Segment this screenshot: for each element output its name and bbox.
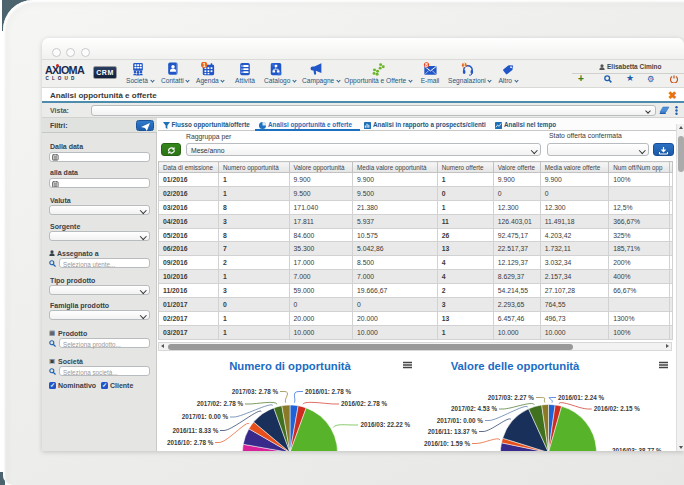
svg-text:1: 1 xyxy=(463,63,466,68)
svg-text:2016/02: 2.78 %: 2016/02: 2.78 % xyxy=(341,400,388,407)
svg-text:2017/03: 2.78 %: 2017/03: 2.78 % xyxy=(232,388,279,395)
svg-text:8: 8 xyxy=(425,62,428,68)
svg-text:2016/11: 13.37 %: 2016/11: 13.37 % xyxy=(428,428,478,435)
svg-text:2017/01: 0.00 %: 2017/01: 0.00 % xyxy=(182,413,229,420)
svg-text:2017/02: 2.78 %: 2017/02: 2.78 % xyxy=(197,400,244,407)
svg-text:Valore delle opportunità: Valore delle opportunità xyxy=(451,360,580,372)
svg-text:1: 1 xyxy=(203,62,206,68)
svg-text:2016/03: 38.77 %: 2016/03: 38.77 % xyxy=(612,447,662,451)
svg-text:2016/03: 22.22 %: 2016/03: 22.22 % xyxy=(361,421,411,428)
svg-text:2016/02: 2.15 %: 2016/02: 2.15 % xyxy=(594,405,641,412)
svg-text:2017/01: 0.00 %: 2017/01: 0.00 % xyxy=(437,417,484,424)
svg-text:2016/11: 8.33 %: 2016/11: 8.33 % xyxy=(173,427,219,434)
svg-text:2017/03: 2.27 %: 2017/03: 2.27 % xyxy=(488,394,535,401)
svg-text:2016/01: 2.24 %: 2016/01: 2.24 % xyxy=(558,394,605,401)
svg-text:2016/10: 1.59 %: 2016/10: 1.59 % xyxy=(424,440,471,447)
svg-text:Numero di opportunità: Numero di opportunità xyxy=(229,360,351,372)
svg-text:2017/02: 4.53 %: 2017/02: 4.53 % xyxy=(451,405,498,412)
svg-text:2016/10: 2.78 %: 2016/10: 2.78 % xyxy=(167,439,214,446)
svg-text:2016/01: 2.78 %: 2016/01: 2.78 % xyxy=(305,388,352,395)
